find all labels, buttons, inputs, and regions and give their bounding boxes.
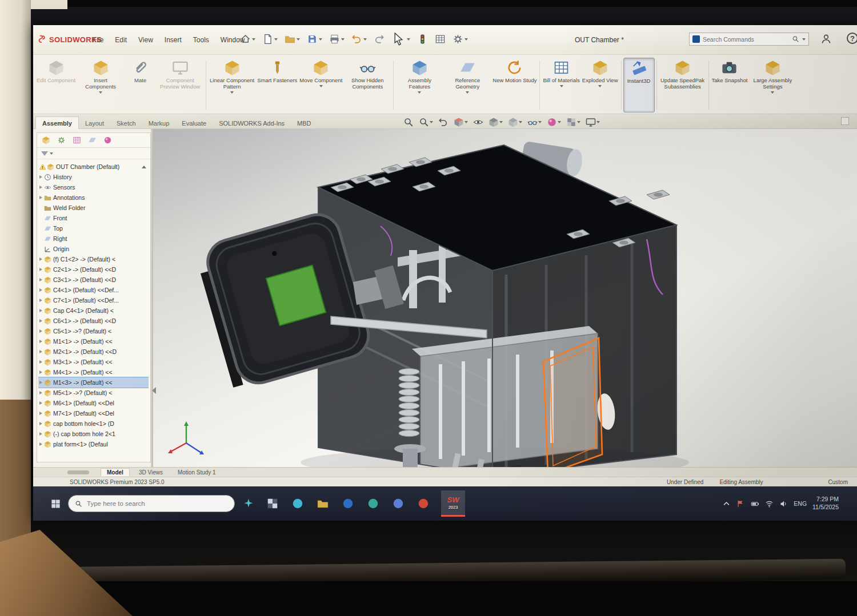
large-assembly-settings-button[interactable]: Large Assembly Settings xyxy=(748,58,796,112)
selected-component-highlight[interactable] xyxy=(543,338,602,467)
section-view-icon[interactable] xyxy=(454,117,468,127)
dropdown-caret-icon[interactable] xyxy=(230,91,234,94)
undo-icon[interactable] xyxy=(351,34,367,45)
dropdown-caret-icon[interactable] xyxy=(274,38,278,41)
tree-item[interactable]: M1<1> -> (Default) << xyxy=(38,336,149,347)
expand-arrow-icon[interactable] xyxy=(38,329,43,333)
edge-icon[interactable] xyxy=(291,497,304,510)
apply-scene-icon[interactable] xyxy=(566,117,580,127)
tree-item[interactable]: Cap C4<1> (Default) < xyxy=(38,305,149,316)
tree-item[interactable]: Annotations xyxy=(38,192,149,203)
dropdown-caret-icon[interactable] xyxy=(771,91,774,94)
tree-item[interactable]: Weld Folder xyxy=(38,203,149,213)
dropdown-caret-icon[interactable] xyxy=(319,38,322,41)
dropdown-caret-icon[interactable] xyxy=(99,91,102,94)
tab-model[interactable]: Model xyxy=(101,468,130,476)
3d-viewport-model[interactable] xyxy=(152,129,857,467)
reference-geometry-button[interactable]: Reference Geometry xyxy=(443,58,491,112)
dropdown-caret-icon[interactable] xyxy=(464,121,468,123)
take-snapshot-button[interactable]: Take Snapshot xyxy=(711,58,749,112)
tree-item[interactable]: C5<1> ->? (Default) < xyxy=(38,326,149,336)
display-style-icon[interactable] xyxy=(508,117,522,127)
command-search-input[interactable] xyxy=(703,36,789,43)
assembly-features-button[interactable]: Assembly Features xyxy=(395,58,443,112)
tree-item[interactable]: M6<1> (Default) <<Del xyxy=(38,398,149,408)
task-view-icon[interactable] xyxy=(266,497,279,510)
expand-arrow-icon[interactable] xyxy=(38,196,43,199)
tree-flyout-arrow[interactable] xyxy=(152,387,156,394)
tab-evaluate[interactable]: Evaluate xyxy=(175,117,213,129)
dropdown-caret-icon[interactable] xyxy=(50,152,53,155)
tree-item[interactable]: M2<1> -> (Default) <<D xyxy=(38,347,149,357)
volume-icon[interactable] xyxy=(779,500,788,508)
print-icon[interactable] xyxy=(329,34,345,45)
expand-arrow-icon[interactable] xyxy=(38,319,43,323)
graphics-viewport[interactable] xyxy=(152,129,857,467)
move-component-button[interactable]: Move Component xyxy=(298,58,343,112)
viewport-context-icon[interactable] xyxy=(841,117,849,125)
edit-appearance-icon[interactable] xyxy=(547,117,561,127)
tab-mbd[interactable]: MBD xyxy=(291,117,317,129)
expand-arrow-icon[interactable] xyxy=(38,442,43,446)
show-hidden-components-button[interactable]: Show Hidden Components xyxy=(343,58,391,112)
tree-item[interactable]: C7<1> (Default) <<Def... xyxy=(38,295,149,305)
tree-item[interactable]: (f) C1<2> -> (Default) < xyxy=(38,254,149,264)
dropdown-caret-icon[interactable] xyxy=(319,85,323,87)
file-explorer-icon[interactable] xyxy=(317,497,329,510)
dropdown-caret-icon[interactable] xyxy=(418,91,421,94)
expand-arrow-icon[interactable] xyxy=(38,371,43,374)
tab-sketch[interactable]: Sketch xyxy=(110,117,142,129)
instant3d-button[interactable]: Instant3D xyxy=(623,58,655,112)
tree-item[interactable]: C6<1> -> (Default) <<D xyxy=(38,316,149,326)
language-indicator[interactable]: ENG xyxy=(794,500,807,507)
redo-icon[interactable] xyxy=(374,34,385,45)
outlook-icon[interactable] xyxy=(342,497,354,510)
menu-file[interactable]: File xyxy=(93,36,103,44)
dropdown-caret-icon[interactable] xyxy=(466,91,469,94)
expand-arrow-icon[interactable] xyxy=(38,340,43,343)
expand-arrow-icon[interactable] xyxy=(38,186,43,189)
command-search-box[interactable] xyxy=(689,33,809,46)
teams-icon[interactable] xyxy=(367,497,379,510)
new-document-icon[interactable] xyxy=(262,34,278,45)
menu-edit[interactable]: Edit xyxy=(115,36,127,44)
open-icon[interactable] xyxy=(285,34,300,45)
home-icon[interactable] xyxy=(240,34,255,45)
search-icon[interactable] xyxy=(792,35,799,43)
expand-arrow-icon[interactable] xyxy=(38,278,43,281)
featuremanager-tree-tab[interactable] xyxy=(42,136,50,144)
tab-motion-study-1[interactable]: Motion Study 1 xyxy=(172,469,222,476)
expand-arrow-icon[interactable] xyxy=(38,309,43,312)
tree-item[interactable]: plat form<1> (Defaul xyxy=(38,439,149,449)
dropdown-caret-icon[interactable] xyxy=(252,38,255,41)
panel-splitter[interactable] xyxy=(151,129,153,467)
collapse-tree-icon[interactable] xyxy=(142,166,146,168)
store-icon[interactable] xyxy=(392,497,405,510)
hide-show-items-icon[interactable] xyxy=(527,117,542,127)
tree-item[interactable]: M5<1> ->? (Default) < xyxy=(38,388,149,398)
linear-component-pattern-button[interactable]: Linear Component Pattern xyxy=(208,58,256,112)
save-icon[interactable] xyxy=(307,34,322,45)
dropdown-caret-icon[interactable] xyxy=(499,121,503,123)
dropdown-caret-icon[interactable] xyxy=(519,121,522,123)
mate-button[interactable]: Mate xyxy=(125,58,156,112)
expand-arrow-icon[interactable] xyxy=(38,391,43,394)
expand-arrow-icon[interactable] xyxy=(38,299,43,302)
tree-item[interactable]: M3<1> -> (Default) << xyxy=(38,357,149,367)
dropdown-caret-icon[interactable] xyxy=(802,38,806,41)
dropdown-caret-icon[interactable] xyxy=(341,38,345,41)
smart-fasteners-button[interactable]: Smart Fasteners xyxy=(256,58,298,112)
tree-item[interactable]: History xyxy=(38,172,149,182)
displaymanager-tab[interactable] xyxy=(103,136,112,144)
pinned-app-icon[interactable] xyxy=(417,497,430,510)
dropdown-caret-icon[interactable] xyxy=(430,121,433,123)
zoom-to-area-icon[interactable] xyxy=(419,117,433,127)
tree-item[interactable]: M7<1> (Default) <<Del xyxy=(38,408,149,418)
dropdown-caret-icon[interactable] xyxy=(560,85,563,87)
zoom-to-fit-icon[interactable] xyxy=(403,117,414,127)
options-gear-icon[interactable] xyxy=(452,34,468,45)
dimxpertmanager-tab[interactable] xyxy=(88,136,97,144)
tree-item[interactable]: Right xyxy=(38,233,149,244)
solidworks-taskbar-icon[interactable]: SW 2023 xyxy=(441,490,465,517)
dropdown-caret-icon[interactable] xyxy=(363,38,367,41)
